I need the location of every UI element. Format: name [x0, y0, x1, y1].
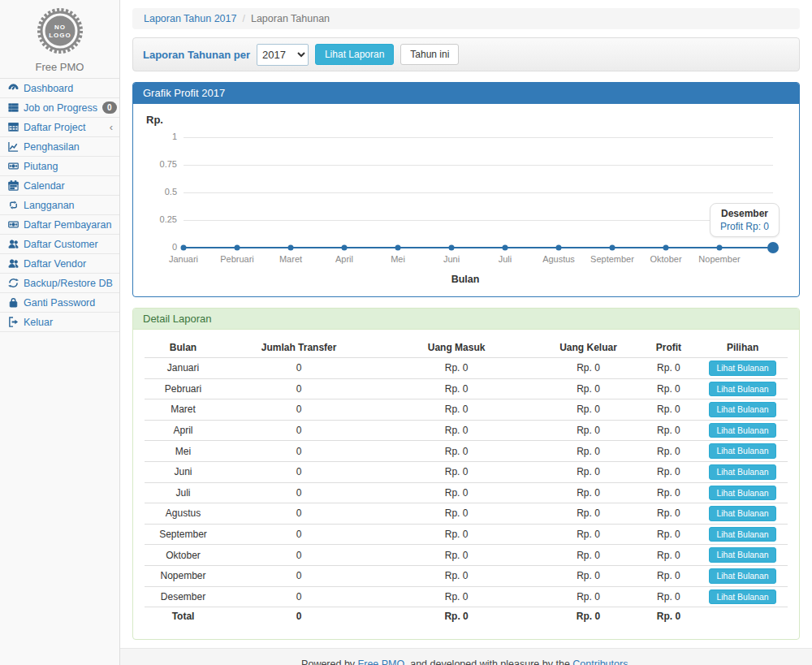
lihat-bulanan-button[interactable]: Lihat Bulanan [709, 443, 775, 459]
cell-pilihan: Lihat Bulanan [698, 524, 788, 545]
chart-x-labels: JanuariPebruariMaretAprilMeiJuniJuliAgus… [184, 254, 773, 269]
chart-x-axis-title: Bulan [146, 274, 784, 285]
chart-panel: Grafik Profit 2017 Rp. Desember Profit R… [132, 82, 800, 297]
users-icon [7, 258, 19, 270]
data-point-nopember[interactable] [717, 245, 723, 251]
chart-tooltip-title: Desember [720, 208, 769, 219]
lihat-bulanan-button[interactable]: Lihat Bulanan [709, 568, 775, 584]
sidebar-item-calendar[interactable]: Calendar [0, 176, 119, 196]
sidebar-item-daftar-vendor[interactable]: Daftar Vendor [0, 254, 119, 274]
year-select[interactable]: 2017 [257, 44, 309, 66]
sidebar-item-label: Penghasilan [24, 141, 80, 153]
breadcrumb-separator: / [242, 13, 244, 24]
cell-jumlah-transfer: 0 [222, 545, 376, 566]
footer: Powered by Free PMO, and developed with … [120, 648, 812, 665]
lihat-bulanan-button[interactable]: Lihat Bulanan [709, 361, 775, 376]
sidebar-item-backup-restore-db[interactable]: Backup/Restore DB [0, 274, 119, 293]
sidebar-item-keluar[interactable]: Keluar [0, 313, 119, 332]
cell-profit: Rp. 0 [640, 565, 698, 586]
data-point-maret[interactable] [288, 245, 294, 251]
total-profit: Rp. 0 [640, 607, 698, 626]
chevron-left-icon: ‹ [110, 122, 113, 132]
cell-jumlah-transfer: 0 [222, 441, 376, 462]
sidebar-item-daftar-project[interactable]: Daftar Project‹ [0, 118, 119, 137]
cell-bulan: Nopember [145, 565, 222, 586]
tahun-ini-button[interactable]: Tahun ini [400, 44, 459, 65]
cell-jumlah-transfer: 0 [222, 399, 376, 421]
cell-uang-keluar: Rp. 0 [537, 565, 640, 586]
footer-link-contributors[interactable]: Contributors. [572, 659, 631, 665]
sidebar-item-dashboard[interactable]: Dashboard [0, 79, 119, 98]
sidebar-item-daftar-pembayaran[interactable]: Daftar Pembayaran [0, 215, 119, 235]
table-row-juli: Juli0Rp. 0Rp. 0Rp. 0Lihat Bulanan [145, 482, 788, 503]
cell-uang-masuk: Rp. 0 [376, 420, 537, 441]
lihat-bulanan-button[interactable]: Lihat Bulanan [709, 506, 775, 521]
footer-text-prefix: Powered by [301, 659, 357, 665]
chart-body: Rp. Desember Profit Rp: 0 10.750.50.250 … [133, 104, 799, 296]
table-row-januari: Januari0Rp. 0Rp. 0Rp. 0Lihat Bulanan [145, 358, 788, 379]
footer-link-free-pmo[interactable]: Free PMO [358, 659, 405, 665]
calendar-icon [7, 180, 19, 192]
sidebar-item-daftar-customer[interactable]: Daftar Customer [0, 235, 119, 254]
retweet-icon [7, 200, 19, 211]
x-tick-label: Pebruari [220, 254, 254, 264]
table-icon [7, 122, 19, 133]
lihat-laporan-button[interactable]: Lihat Laporan [315, 44, 394, 65]
x-tick-label: September [590, 254, 634, 264]
cell-pilihan: Lihat Bulanan [698, 399, 788, 421]
sidebar-item-piutang[interactable]: Piutang [0, 157, 119, 176]
lihat-bulanan-button[interactable]: Lihat Bulanan [709, 527, 775, 542]
table-row-maret: Maret0Rp. 0Rp. 0Rp. 0Lihat Bulanan [145, 399, 788, 421]
cell-pilihan: Lihat Bulanan [698, 503, 788, 525]
report-table: BulanJumlah TransferUang MasukUang Kelua… [145, 338, 788, 626]
cell-jumlah-transfer: 0 [222, 420, 376, 441]
data-point-pebruari[interactable] [235, 245, 240, 251]
sign-out-icon [7, 317, 19, 328]
data-point-januari[interactable] [181, 245, 187, 251]
column-header-uang-masuk: Uang Masuk [376, 338, 537, 358]
y-tick-label: 0 [146, 242, 177, 252]
data-point-mei[interactable] [395, 245, 401, 251]
cell-bulan: Juli [145, 482, 222, 503]
lihat-bulanan-button[interactable]: Lihat Bulanan [709, 402, 775, 417]
y-tick-label: 0.25 [146, 214, 177, 224]
data-point-juni[interactable] [449, 245, 455, 251]
chart-plot: Desember Profit Rp: 0 10.750.50.250 [184, 137, 773, 248]
sidebar-item-job-on-progress[interactable]: Job on Progress0 [0, 98, 119, 118]
chart-y-axis-title: Rp. [146, 114, 784, 126]
lihat-bulanan-button[interactable]: Lihat Bulanan [709, 547, 775, 563]
lihat-bulanan-button[interactable]: Lihat Bulanan [709, 486, 775, 501]
lihat-bulanan-button[interactable]: Lihat Bulanan [709, 382, 775, 397]
data-point-september[interactable] [610, 245, 615, 251]
data-point-april[interactable] [342, 245, 348, 251]
column-header-pilihan: Pilihan [698, 338, 788, 358]
cell-uang-keluar: Rp. 0 [537, 399, 640, 421]
y-tick-label: 0.75 [146, 159, 177, 169]
cell-profit: Rp. 0 [640, 358, 698, 379]
gridline [184, 192, 773, 193]
data-point-oktober[interactable] [663, 245, 669, 251]
report-table-header-row: BulanJumlah TransferUang MasukUang Kelua… [145, 338, 788, 358]
sidebar-item-penghasilan[interactable]: Penghasilan [0, 137, 119, 157]
cell-jumlah-transfer: 0 [222, 586, 376, 607]
main-area: Laporan Tahun 2017 / Laporan Tahunan Lap… [120, 0, 812, 665]
table-row-september: September0Rp. 0Rp. 0Rp. 0Lihat Bulanan [145, 524, 788, 545]
sidebar-item-ganti-password[interactable]: Ganti Password [0, 293, 119, 313]
cell-bulan: April [145, 420, 222, 441]
data-point-juli[interactable] [503, 245, 508, 251]
breadcrumb-link-laporan-tahun[interactable]: Laporan Tahun 2017 [144, 13, 236, 24]
sidebar-item-label: Daftar Vendor [24, 258, 86, 270]
cell-pilihan: Lihat Bulanan [698, 461, 788, 482]
report-total-row: Total 0 Rp. 0 Rp. 0 Rp. 0 [145, 607, 788, 626]
lihat-bulanan-button[interactable]: Lihat Bulanan [709, 464, 775, 480]
dashboard-icon [7, 83, 19, 94]
sidebar-item-label: Ganti Password [24, 297, 95, 309]
footer-text-middle: , and developed with pleasure by the [404, 659, 572, 665]
lihat-bulanan-button[interactable]: Lihat Bulanan [709, 589, 775, 605]
cell-uang-masuk: Rp. 0 [376, 461, 537, 482]
lihat-bulanan-button[interactable]: Lihat Bulanan [709, 423, 775, 438]
data-point-desember[interactable] [767, 242, 779, 253]
sidebar-item-langganan[interactable]: Langganan [0, 196, 119, 215]
data-point-agustus[interactable] [556, 245, 562, 251]
cell-pilihan: Lihat Bulanan [698, 358, 788, 379]
